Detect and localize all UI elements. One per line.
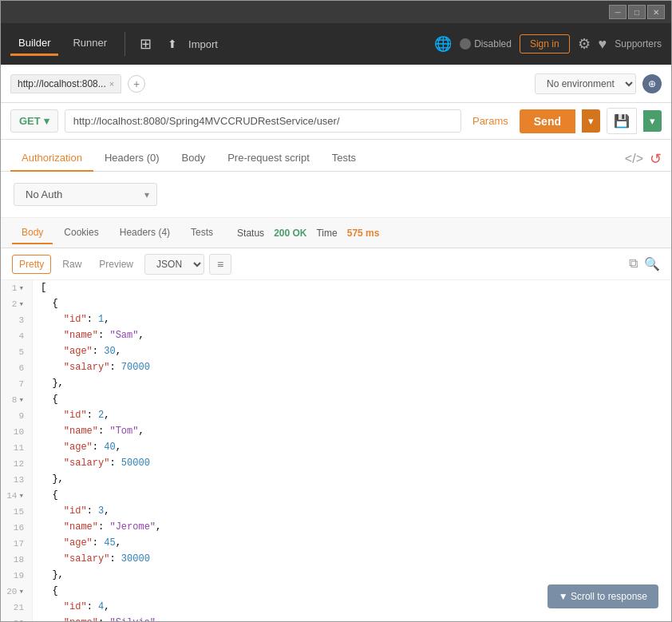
scroll-to-response-button[interactable]: ▼ Scroll to response bbox=[547, 584, 658, 608]
environment-select[interactable]: No environment bbox=[535, 73, 636, 94]
tab-authorization[interactable]: Authorization bbox=[10, 145, 93, 172]
copy-icon[interactable]: ⧉ bbox=[629, 256, 638, 271]
maximize-button[interactable]: □ bbox=[628, 5, 646, 19]
method-select[interactable]: GET ▾ bbox=[10, 109, 58, 133]
line-number: 6 bbox=[1, 360, 33, 376]
fmt-tab-raw[interactable]: Raw bbox=[56, 256, 88, 273]
line-content: "name": "Silvia", bbox=[33, 616, 671, 621]
line-content: [ bbox=[33, 280, 671, 296]
table-row: 13 }, bbox=[1, 472, 671, 488]
tab-runner[interactable]: Runner bbox=[65, 32, 115, 56]
main-window: ─ □ ✕ Builder Runner ⊞ ⬆ Import 🌐 Disabl… bbox=[0, 0, 672, 622]
time-value: 575 ms bbox=[347, 228, 380, 239]
heart-icon[interactable]: ♥ bbox=[599, 36, 607, 53]
auth-type-select[interactable]: No Auth Basic Auth Digest Auth OAuth 1.0… bbox=[14, 183, 157, 206]
line-content: }, bbox=[33, 376, 671, 392]
save-button[interactable]: 💾 bbox=[607, 108, 637, 134]
sign-in-button[interactable]: Sign in bbox=[520, 34, 570, 53]
line-content: "age": 45, bbox=[33, 536, 671, 552]
sync-dot bbox=[460, 38, 471, 50]
wrap-icon[interactable]: ≡ bbox=[209, 254, 231, 275]
table-row: 3 "id": 1, bbox=[1, 312, 671, 328]
resp-tab-tests[interactable]: Tests bbox=[181, 222, 223, 244]
tab-tests[interactable]: Tests bbox=[321, 145, 367, 172]
line-number: 22 bbox=[1, 616, 33, 621]
import-icon[interactable]: ⬆ bbox=[163, 34, 182, 53]
globe-icon: 🌐 bbox=[434, 35, 452, 53]
request-bar: GET ▾ Params Send ▾ 💾 ▾ bbox=[1, 103, 671, 140]
line-content: "id": 3, bbox=[33, 504, 671, 520]
url-tab[interactable]: http://localhost:808... × bbox=[10, 74, 121, 93]
fmt-tab-pretty[interactable]: Pretty bbox=[12, 255, 51, 274]
response-wrapper: 1[2 {3 "id": 1,4 "name": "Sam",5 "age": … bbox=[1, 280, 671, 621]
table-row: 11 "age": 40, bbox=[1, 440, 671, 456]
new-tab-icon[interactable]: ⊞ bbox=[135, 32, 156, 56]
line-number: 10 bbox=[1, 424, 33, 440]
tab-prerequest[interactable]: Pre-request script bbox=[216, 145, 321, 172]
tab-url-text: http://localhost:808... bbox=[18, 78, 106, 89]
tab-body[interactable]: Body bbox=[171, 145, 217, 172]
line-content: "salary": 70000 bbox=[33, 360, 671, 376]
params-button[interactable]: Params bbox=[468, 115, 513, 127]
tab-builder[interactable]: Builder bbox=[10, 32, 58, 56]
window-controls: ─ □ ✕ bbox=[609, 5, 665, 19]
settings-icon[interactable]: ⚙ bbox=[578, 35, 591, 53]
line-number: 11 bbox=[1, 440, 33, 456]
line-number: 2 bbox=[1, 296, 33, 312]
code-icon[interactable]: </> bbox=[625, 152, 643, 166]
time-label: Time bbox=[316, 228, 337, 239]
refresh-icon[interactable]: ↺ bbox=[650, 150, 662, 168]
table-row: 10 "name": "Tom", bbox=[1, 424, 671, 440]
line-number: 4 bbox=[1, 328, 33, 344]
line-number: 17 bbox=[1, 536, 33, 552]
search-icon[interactable]: 🔍 bbox=[644, 256, 660, 271]
line-content: "name": "Jerome", bbox=[33, 520, 671, 536]
status-value: 200 OK bbox=[274, 228, 306, 239]
close-button[interactable]: ✕ bbox=[647, 5, 665, 19]
line-content: { bbox=[33, 296, 671, 312]
save-dropdown-button[interactable]: ▾ bbox=[643, 110, 662, 132]
line-number: 9 bbox=[1, 408, 33, 424]
resp-tab-cookies[interactable]: Cookies bbox=[54, 222, 108, 244]
status-info: Status 200 OK Time 575 ms bbox=[237, 228, 379, 239]
table-row: 5 "age": 30, bbox=[1, 344, 671, 360]
url-input[interactable] bbox=[65, 109, 461, 133]
fmt-tab-preview[interactable]: Preview bbox=[93, 256, 140, 273]
resp-tab-headers[interactable]: Headers (4) bbox=[110, 222, 180, 244]
table-row: 7 }, bbox=[1, 376, 671, 392]
table-row: 19 }, bbox=[1, 568, 671, 584]
req-tabs-right: </> ↺ bbox=[625, 150, 662, 171]
table-row: 17 "age": 45, bbox=[1, 536, 671, 552]
line-content: "id": 2, bbox=[33, 408, 671, 424]
line-content: }, bbox=[33, 568, 671, 584]
table-row: 8 { bbox=[1, 392, 671, 408]
resp-tab-body[interactable]: Body bbox=[12, 222, 53, 244]
import-label[interactable]: Import bbox=[188, 38, 218, 50]
addressbar-right: No environment ⊕ bbox=[535, 73, 662, 94]
request-tabs: Authorization Headers (0) Body Pre-reque… bbox=[1, 140, 671, 172]
tab-headers[interactable]: Headers (0) bbox=[93, 145, 171, 172]
minimize-button[interactable]: ─ bbox=[609, 5, 627, 19]
line-number: 5 bbox=[1, 344, 33, 360]
table-row: 9 "id": 2, bbox=[1, 408, 671, 424]
nav-divider bbox=[125, 32, 125, 56]
code-view[interactable]: 1[2 {3 "id": 1,4 "name": "Sam",5 "age": … bbox=[1, 280, 671, 621]
send-button[interactable]: Send bbox=[520, 109, 575, 133]
line-number: 14 bbox=[1, 488, 33, 504]
line-content: "age": 30, bbox=[33, 344, 671, 360]
auth-section: No Auth Basic Auth Digest Auth OAuth 1.0… bbox=[1, 172, 671, 218]
navbar: Builder Runner ⊞ ⬆ Import 🌐 Disabled Sig… bbox=[1, 23, 671, 65]
line-number: 15 bbox=[1, 504, 33, 520]
add-tab-button[interactable]: + bbox=[128, 75, 145, 93]
line-content: }, bbox=[33, 472, 671, 488]
env-settings-icon[interactable]: ⊕ bbox=[642, 74, 662, 93]
table-row: 6 "salary": 70000 bbox=[1, 360, 671, 376]
format-select[interactable]: JSON XML HTML Text bbox=[144, 254, 204, 275]
format-bar: Pretty Raw Preview JSON XML HTML Text ≡ … bbox=[1, 248, 671, 280]
tab-close-icon[interactable]: × bbox=[109, 79, 114, 89]
line-number: 12 bbox=[1, 456, 33, 472]
table-row: 1[ bbox=[1, 280, 671, 296]
supporters-label[interactable]: Supporters bbox=[615, 38, 662, 50]
send-dropdown-button[interactable]: ▾ bbox=[582, 109, 600, 133]
table-row: 4 "name": "Sam", bbox=[1, 328, 671, 344]
